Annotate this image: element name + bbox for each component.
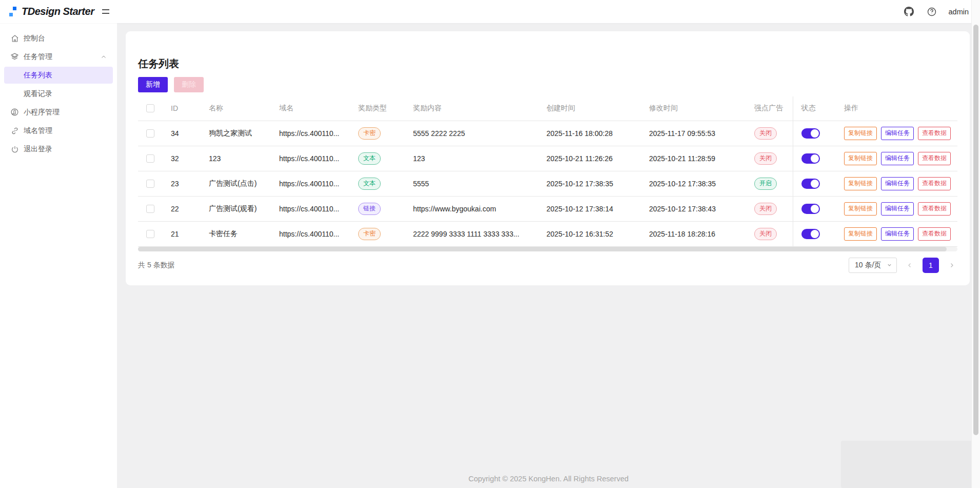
col-header-status: 状态 — [793, 96, 836, 121]
sidebar-item-watch-records[interactable]: 观看记录 — [4, 85, 113, 102]
cell-updated: 2025-11-17 09:55:53 — [641, 121, 746, 146]
edit-task-button[interactable]: 编辑任务 — [881, 152, 914, 165]
cell-id: 23 — [163, 171, 201, 196]
edit-task-button[interactable]: 编辑任务 — [881, 202, 914, 216]
sidebar-item-label: 任务列表 — [24, 71, 107, 80]
power-icon — [10, 145, 19, 153]
page-title: 任务列表 — [138, 57, 957, 70]
app-window: TDesign Starter admin 控制台 — [0, 0, 980, 488]
scrollbar-thumb[interactable] — [138, 247, 947, 251]
horizontal-scrollbar[interactable] — [138, 247, 957, 251]
row-checkbox[interactable] — [146, 205, 154, 213]
status-toggle[interactable] — [801, 153, 820, 164]
edit-task-button[interactable]: 编辑任务 — [881, 127, 914, 140]
col-header-id: ID — [163, 96, 201, 121]
sidebar-item-miniprogram[interactable]: 小程序管理 — [4, 104, 113, 121]
toolbar: 新增 删除 — [138, 77, 957, 92]
row-checkbox[interactable] — [146, 129, 154, 138]
cell-domain: https://cs.400110... — [271, 121, 350, 146]
col-header-name: 名称 — [201, 96, 271, 121]
cell-updated: 2025-11-18 18:28:16 — [641, 221, 746, 246]
view-data-button[interactable]: 查看数据 — [918, 202, 951, 216]
col-header-updated: 修改时间 — [641, 96, 746, 121]
cell-created: 2025-11-16 18:00:28 — [538, 121, 641, 146]
user-menu[interactable]: admin — [949, 8, 969, 16]
view-data-button[interactable]: 查看数据 — [918, 127, 951, 140]
task-table: ID 名称 域名 奖励类型 奖励内容 创建时间 修改时间 强点广告 状态 操作 — [138, 96, 957, 247]
cell-created: 2025-10-12 17:38:14 — [538, 196, 641, 221]
cell-id: 32 — [163, 146, 201, 171]
reward-type-tag: 文本 — [358, 178, 381, 190]
table-row: 21 卡密任务 https://cs.400110... 卡密 2222 999… — [138, 221, 957, 246]
status-toggle[interactable] — [801, 229, 820, 239]
prev-page-button[interactable] — [904, 258, 915, 273]
sidebar-item-logout[interactable]: 退出登录 — [4, 141, 113, 158]
sidebar-item-task-list[interactable]: 任务列表 — [4, 67, 113, 84]
delete-button[interactable]: 删除 — [174, 77, 204, 92]
view-data-button[interactable]: 查看数据 — [918, 227, 951, 241]
view-data-button[interactable]: 查看数据 — [918, 152, 951, 165]
status-toggle[interactable] — [801, 128, 820, 139]
select-all-checkbox[interactable] — [146, 104, 154, 112]
status-toggle[interactable] — [801, 179, 820, 189]
sidebar-item-label: 小程序管理 — [24, 108, 107, 117]
sidebar-item-label: 观看记录 — [24, 89, 107, 99]
cell-id: 21 — [163, 221, 201, 246]
table-header-row: ID 名称 域名 奖励类型 奖励内容 创建时间 修改时间 强点广告 状态 操作 — [138, 96, 957, 121]
table-row: 23 广告测试(点击) https://cs.400110... 文本 5555… — [138, 171, 957, 196]
tdesign-logo-icon — [9, 7, 16, 16]
next-page-button[interactable] — [946, 258, 957, 273]
browser-scrollbar[interactable] — [971, 0, 980, 488]
edit-task-button[interactable]: 编辑任务 — [881, 227, 914, 241]
cell-reward-content: 5555 2222 2225 — [405, 121, 538, 146]
sidebar-item-label: 退出登录 — [24, 145, 107, 154]
chevron-up-icon — [101, 54, 107, 60]
row-checkbox[interactable] — [146, 230, 154, 238]
force-ad-tag: 关闭 — [754, 152, 777, 165]
col-header-domain: 域名 — [271, 96, 350, 121]
sidebar-item-console[interactable]: 控制台 — [4, 30, 113, 47]
cell-reward-content: 2222 9999 3333 1111 3333 333... — [405, 221, 538, 246]
copy-link-button[interactable]: 复制链接 — [844, 152, 877, 165]
cell-name: 广告测试(点击) — [201, 171, 271, 196]
help-icon[interactable] — [926, 6, 937, 17]
copy-link-button[interactable]: 复制链接 — [844, 127, 877, 140]
copyright-text: Copyright © 2025 KongHen. All Rights Res… — [117, 475, 980, 483]
row-checkbox[interactable] — [146, 154, 154, 163]
cell-domain: https://cs.400110... — [271, 221, 350, 246]
page-size-select[interactable]: 10 条/页 — [849, 258, 897, 273]
reward-type-tag: 卡密 — [358, 127, 381, 140]
browser-scrollbar-thumb[interactable] — [973, 25, 978, 435]
reward-type-tag: 文本 — [358, 152, 381, 165]
cell-domain: https://cs.400110... — [271, 171, 350, 196]
edit-task-button[interactable]: 编辑任务 — [881, 177, 914, 190]
copy-link-button[interactable]: 复制链接 — [844, 177, 877, 190]
status-toggle[interactable] — [801, 204, 820, 214]
force-ad-tag: 开启 — [754, 178, 777, 190]
task-list-card: 任务列表 新增 删除 ID 名称 域名 奖 — [126, 31, 970, 285]
force-ad-tag: 关闭 — [754, 203, 777, 215]
sidebar-item-label: 域名管理 — [24, 126, 107, 135]
col-header-reward-type: 奖励类型 — [350, 96, 405, 121]
copy-link-button[interactable]: 复制链接 — [844, 202, 877, 216]
force-ad-tag: 关闭 — [754, 127, 777, 140]
table-footer: 共 5 条数据 10 条/页 1 — [138, 251, 957, 279]
cell-updated: 2025-10-21 11:28:59 — [641, 146, 746, 171]
cell-id: 22 — [163, 196, 201, 221]
sidebar-item-domain-mgmt[interactable]: 域名管理 — [4, 122, 113, 139]
force-ad-tag: 关闭 — [754, 228, 777, 240]
cell-name: 广告测试(观看) — [201, 196, 271, 221]
cell-name: 狗凯之家测试 — [201, 121, 271, 146]
cell-id: 34 — [163, 121, 201, 146]
view-data-button[interactable]: 查看数据 — [918, 177, 951, 190]
copy-link-button[interactable]: 复制链接 — [844, 227, 877, 241]
sidebar-item-task-mgmt[interactable]: 任务管理 — [4, 48, 113, 65]
current-page-button[interactable]: 1 — [923, 258, 939, 273]
col-header-reward-content: 奖励内容 — [405, 96, 538, 121]
add-button[interactable]: 新增 — [138, 77, 168, 92]
cell-domain: https://cs.400110... — [271, 146, 350, 171]
github-icon[interactable] — [904, 6, 915, 17]
miniprogram-icon — [10, 108, 19, 116]
row-checkbox[interactable] — [146, 180, 154, 188]
menu-collapse-icon[interactable] — [102, 7, 112, 17]
